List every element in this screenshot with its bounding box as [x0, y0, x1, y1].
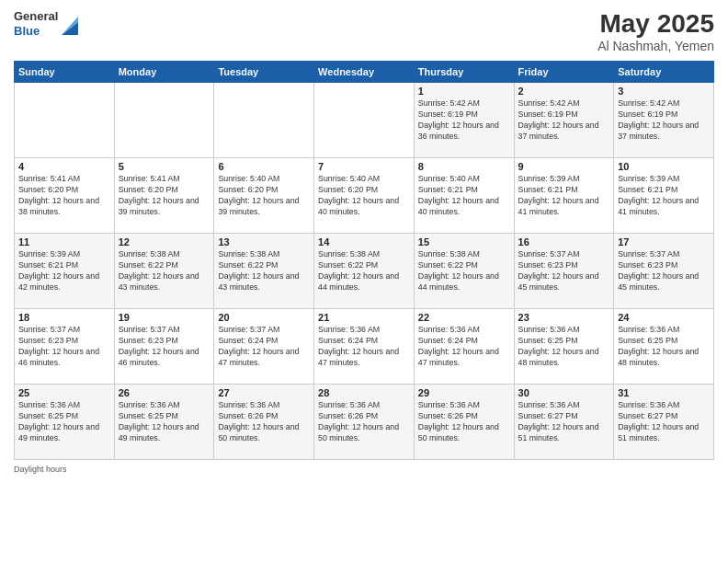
calendar-week-1: 1Sunrise: 5:42 AMSunset: 6:19 PMDaylight…	[15, 83, 714, 158]
col-sunday: Sunday	[15, 62, 115, 83]
day-number: 1	[418, 86, 510, 97]
day-info: Sunrise: 5:36 AMSunset: 6:25 PMDaylight:…	[18, 400, 110, 444]
day-info: Sunrise: 5:36 AMSunset: 6:25 PMDaylight:…	[518, 325, 610, 369]
day-number: 29	[418, 387, 510, 398]
day-number: 9	[518, 161, 610, 172]
logo-icon	[62, 13, 78, 35]
day-info: Sunrise: 5:39 AMSunset: 6:21 PMDaylight:…	[18, 249, 110, 293]
calendar-week-4: 18Sunrise: 5:37 AMSunset: 6:23 PMDayligh…	[15, 309, 714, 385]
table-row	[214, 83, 314, 158]
day-info: Sunrise: 5:38 AMSunset: 6:22 PMDaylight:…	[318, 249, 410, 293]
day-number: 2	[518, 86, 610, 97]
table-row: 14Sunrise: 5:38 AMSunset: 6:22 PMDayligh…	[314, 234, 415, 309]
day-number: 5	[119, 161, 210, 172]
calendar-table: Sunday Monday Tuesday Wednesday Thursday…	[14, 61, 714, 460]
table-row: 6Sunrise: 5:40 AMSunset: 6:20 PMDaylight…	[214, 158, 314, 234]
calendar-week-2: 4Sunrise: 5:41 AMSunset: 6:20 PMDaylight…	[15, 158, 714, 234]
calendar-header-row: Sunday Monday Tuesday Wednesday Thursday…	[15, 62, 714, 83]
day-number: 15	[418, 236, 510, 247]
logo: General Blue	[14, 9, 78, 38]
day-number: 19	[119, 312, 210, 323]
page-subtitle: Al Nashmah, Yemen	[597, 39, 714, 53]
day-number: 14	[318, 236, 410, 247]
day-number: 24	[618, 312, 710, 323]
day-info: Sunrise: 5:40 AMSunset: 6:20 PMDaylight:…	[218, 174, 310, 218]
col-wednesday: Wednesday	[314, 62, 415, 83]
day-number: 7	[318, 161, 410, 172]
day-info: Sunrise: 5:36 AMSunset: 6:26 PMDaylight:…	[218, 400, 310, 444]
table-row: 5Sunrise: 5:41 AMSunset: 6:20 PMDaylight…	[114, 158, 214, 234]
table-row: 23Sunrise: 5:36 AMSunset: 6:25 PMDayligh…	[514, 309, 614, 385]
day-number: 4	[18, 161, 110, 172]
day-info: Sunrise: 5:41 AMSunset: 6:20 PMDaylight:…	[18, 174, 110, 218]
day-number: 8	[418, 161, 510, 172]
table-row	[15, 83, 115, 158]
day-info: Sunrise: 5:37 AMSunset: 6:23 PMDaylight:…	[518, 249, 610, 293]
table-row: 28Sunrise: 5:36 AMSunset: 6:26 PMDayligh…	[314, 385, 415, 460]
title-block: May 2025 Al Nashmah, Yemen	[597, 9, 714, 53]
table-row: 11Sunrise: 5:39 AMSunset: 6:21 PMDayligh…	[15, 234, 115, 309]
table-row: 13Sunrise: 5:38 AMSunset: 6:22 PMDayligh…	[214, 234, 314, 309]
table-row: 22Sunrise: 5:36 AMSunset: 6:24 PMDayligh…	[414, 309, 514, 385]
table-row: 26Sunrise: 5:36 AMSunset: 6:25 PMDayligh…	[114, 385, 214, 460]
col-thursday: Thursday	[414, 62, 514, 83]
logo-text: General Blue	[14, 9, 58, 38]
day-number: 23	[518, 312, 610, 323]
day-info: Sunrise: 5:40 AMSunset: 6:20 PMDaylight:…	[318, 174, 410, 218]
footer: Daylight hours	[14, 465, 714, 474]
day-info: Sunrise: 5:36 AMSunset: 6:24 PMDaylight:…	[318, 325, 410, 369]
day-info: Sunrise: 5:42 AMSunset: 6:19 PMDaylight:…	[518, 98, 610, 143]
header: General Blue May 2025 Al Nashmah, Yemen	[14, 9, 714, 53]
day-number: 3	[618, 86, 710, 97]
day-info: Sunrise: 5:40 AMSunset: 6:21 PMDaylight:…	[418, 174, 510, 218]
col-friday: Friday	[514, 62, 614, 83]
table-row: 25Sunrise: 5:36 AMSunset: 6:25 PMDayligh…	[15, 385, 115, 460]
table-row: 29Sunrise: 5:36 AMSunset: 6:26 PMDayligh…	[414, 385, 514, 460]
table-row: 27Sunrise: 5:36 AMSunset: 6:26 PMDayligh…	[214, 385, 314, 460]
table-row: 1Sunrise: 5:42 AMSunset: 6:19 PMDaylight…	[414, 83, 514, 158]
table-row: 12Sunrise: 5:38 AMSunset: 6:22 PMDayligh…	[114, 234, 214, 309]
day-number: 26	[119, 387, 210, 398]
table-row	[314, 83, 415, 158]
day-info: Sunrise: 5:36 AMSunset: 6:26 PMDaylight:…	[418, 400, 510, 444]
table-row: 17Sunrise: 5:37 AMSunset: 6:23 PMDayligh…	[614, 234, 714, 309]
day-info: Sunrise: 5:37 AMSunset: 6:23 PMDaylight:…	[18, 325, 110, 369]
page-title: May 2025	[597, 9, 714, 39]
table-row: 24Sunrise: 5:36 AMSunset: 6:25 PMDayligh…	[614, 309, 714, 385]
day-number: 17	[618, 236, 710, 247]
day-info: Sunrise: 5:38 AMSunset: 6:22 PMDaylight:…	[218, 249, 310, 293]
day-info: Sunrise: 5:38 AMSunset: 6:22 PMDaylight:…	[418, 249, 510, 293]
day-info: Sunrise: 5:42 AMSunset: 6:19 PMDaylight:…	[618, 98, 710, 143]
table-row: 7Sunrise: 5:40 AMSunset: 6:20 PMDaylight…	[314, 158, 415, 234]
day-number: 18	[18, 312, 110, 323]
table-row: 3Sunrise: 5:42 AMSunset: 6:19 PMDaylight…	[614, 83, 714, 158]
day-number: 21	[318, 312, 410, 323]
table-row: 10Sunrise: 5:39 AMSunset: 6:21 PMDayligh…	[614, 158, 714, 234]
table-row	[114, 83, 214, 158]
day-info: Sunrise: 5:36 AMSunset: 6:25 PMDaylight:…	[119, 400, 210, 444]
daylight-label: Daylight hours	[14, 465, 67, 474]
day-info: Sunrise: 5:37 AMSunset: 6:23 PMDaylight:…	[618, 249, 710, 293]
table-row: 31Sunrise: 5:36 AMSunset: 6:27 PMDayligh…	[614, 385, 714, 460]
day-number: 28	[318, 387, 410, 398]
col-saturday: Saturday	[614, 62, 714, 83]
table-row: 15Sunrise: 5:38 AMSunset: 6:22 PMDayligh…	[414, 234, 514, 309]
day-number: 22	[418, 312, 510, 323]
table-row: 16Sunrise: 5:37 AMSunset: 6:23 PMDayligh…	[514, 234, 614, 309]
day-number: 27	[218, 387, 310, 398]
table-row: 18Sunrise: 5:37 AMSunset: 6:23 PMDayligh…	[15, 309, 115, 385]
day-number: 16	[518, 236, 610, 247]
logo-general: General	[14, 9, 58, 24]
day-info: Sunrise: 5:42 AMSunset: 6:19 PMDaylight:…	[418, 98, 510, 143]
day-info: Sunrise: 5:36 AMSunset: 6:25 PMDaylight:…	[618, 325, 710, 369]
day-number: 6	[218, 161, 310, 172]
day-info: Sunrise: 5:37 AMSunset: 6:23 PMDaylight:…	[119, 325, 210, 369]
day-number: 13	[218, 236, 310, 247]
table-row: 30Sunrise: 5:36 AMSunset: 6:27 PMDayligh…	[514, 385, 614, 460]
day-info: Sunrise: 5:38 AMSunset: 6:22 PMDaylight:…	[119, 249, 210, 293]
table-row: 2Sunrise: 5:42 AMSunset: 6:19 PMDaylight…	[514, 83, 614, 158]
table-row: 19Sunrise: 5:37 AMSunset: 6:23 PMDayligh…	[114, 309, 214, 385]
col-monday: Monday	[114, 62, 214, 83]
day-number: 31	[618, 387, 710, 398]
calendar-week-5: 25Sunrise: 5:36 AMSunset: 6:25 PMDayligh…	[15, 385, 714, 460]
